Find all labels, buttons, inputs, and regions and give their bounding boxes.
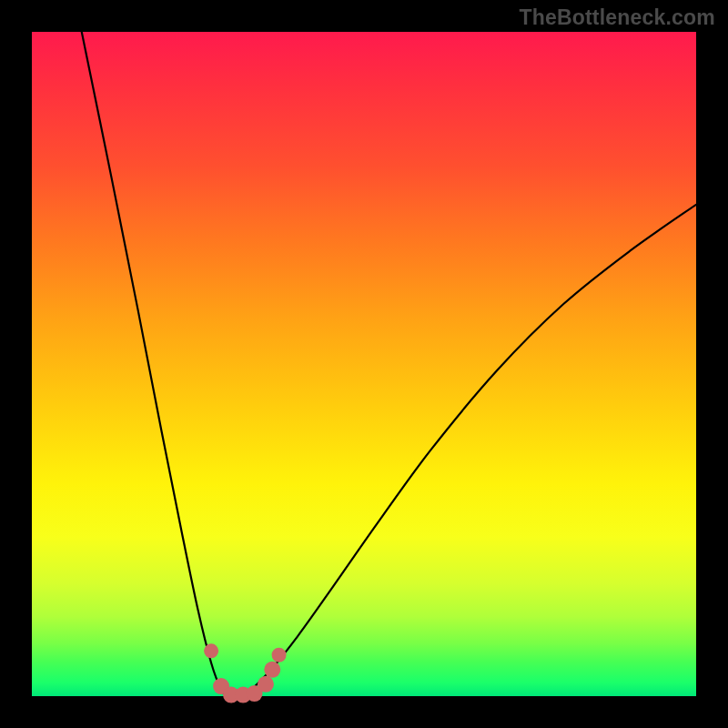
- watermark-text: TheBottleneck.com: [519, 5, 715, 30]
- marker-dot: [272, 648, 287, 662]
- marker-group: [204, 643, 286, 703]
- marker-dot: [258, 676, 274, 693]
- marker-dot: [264, 662, 280, 678]
- bottleneck-curve: [82, 32, 696, 697]
- plot-area: [32, 32, 696, 696]
- marker-dot: [204, 643, 218, 658]
- chart-frame: TheBottleneck.com: [0, 0, 728, 728]
- curve-svg: [32, 32, 696, 696]
